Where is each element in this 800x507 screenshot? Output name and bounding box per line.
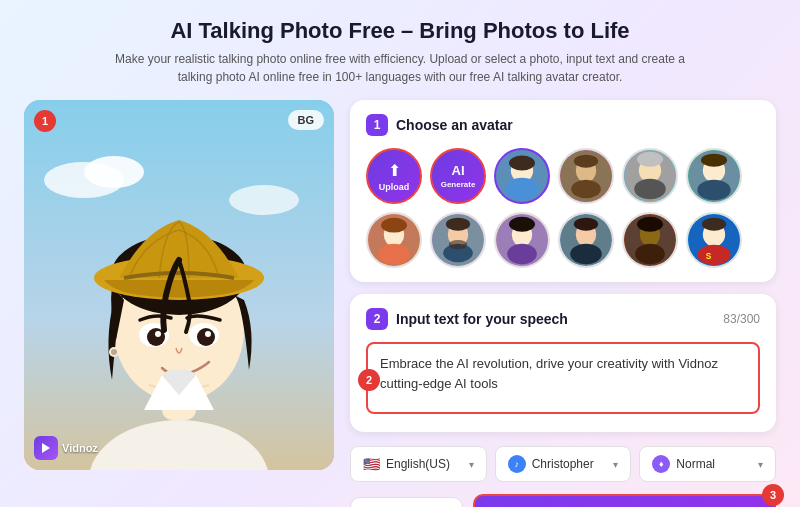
avatar-1[interactable] (494, 148, 550, 204)
upload-icon: ⬆ (388, 161, 401, 180)
voice-style-label: Normal (676, 457, 715, 471)
main-content: BG 1 Vidnoz 1 Choose an avatar (24, 100, 776, 507)
preview-button[interactable]: Preview (350, 497, 463, 507)
svg-text:S: S (706, 251, 712, 261)
avatar-8-img (560, 212, 612, 268)
step1-badge: 1 (366, 114, 388, 136)
avatar-section-title: Choose an avatar (396, 117, 513, 133)
avatar-section-header: 1 Choose an avatar (366, 114, 760, 136)
right-panel: 1 Choose an avatar ⬆ Upload AI Generate (350, 100, 776, 507)
svg-marker-17 (42, 443, 50, 453)
ai-label: AI (452, 163, 465, 178)
ai-generate-button[interactable]: AI Generate (430, 148, 486, 204)
avatar-row-1: ⬆ Upload AI Generate (366, 148, 760, 204)
svg-point-32 (701, 154, 727, 167)
action-row: Preview Generate Video 3 (350, 494, 776, 507)
photo-panel: BG 1 Vidnoz (24, 100, 334, 470)
upload-avatar-button[interactable]: ⬆ Upload (366, 148, 422, 204)
voice-chevron: ▾ (613, 459, 618, 470)
flag-icon: 🇺🇸 (363, 456, 380, 472)
vidnoz-logo-text: Vidnoz (62, 442, 98, 454)
avatar-3[interactable] (622, 148, 678, 204)
language-label: English(US) (386, 457, 450, 471)
avatar-3-img (624, 148, 676, 204)
step1-left-badge: 1 (34, 110, 56, 132)
char-count: 83/300 (723, 312, 760, 326)
avatar-5-img (368, 212, 420, 268)
textarea-wrapper: 2 (366, 342, 760, 418)
avatar-6-img (432, 212, 484, 268)
voice-name-label: Christopher (532, 457, 594, 471)
generate-wrapper: Generate Video 3 (473, 494, 776, 507)
avatar-5[interactable] (366, 212, 422, 268)
generate-button[interactable]: Generate Video (473, 494, 776, 507)
svg-point-3 (229, 185, 299, 215)
svg-point-50 (570, 244, 602, 264)
avatar-8[interactable] (558, 212, 614, 268)
avatar-10[interactable]: S (686, 212, 742, 268)
svg-point-12 (197, 328, 215, 346)
voice-person-icon: ♪ (508, 455, 526, 473)
svg-point-45 (509, 217, 535, 232)
header-subtitle: Make your realistic talking photo online… (100, 50, 700, 86)
character-illustration (24, 100, 334, 470)
upload-label: Upload (379, 182, 410, 192)
avatar-10-img: S (688, 212, 740, 268)
svg-point-40 (446, 218, 470, 231)
avatar-2-img (560, 148, 612, 204)
avatar-4[interactable] (686, 148, 742, 204)
page-title: AI Talking Photo Free – Bring Photos to … (24, 18, 776, 44)
header: AI Talking Photo Free – Bring Photos to … (24, 18, 776, 86)
bg-button[interactable]: BG (288, 110, 325, 130)
step2-left-badge: 2 (358, 369, 380, 391)
avatar-9[interactable] (622, 212, 678, 268)
language-dropdown[interactable]: 🇺🇸 English(US) ▾ (350, 446, 487, 482)
svg-point-20 (509, 156, 535, 171)
svg-point-37 (378, 244, 410, 264)
style-chevron: ▾ (758, 459, 763, 470)
avatar-section: 1 Choose an avatar ⬆ Upload AI Generate (350, 100, 776, 282)
style-icon: ♦ (652, 455, 670, 473)
avatar-4-img (688, 148, 740, 204)
svg-point-57 (702, 218, 726, 231)
language-chevron: ▾ (469, 459, 474, 470)
svg-point-25 (571, 180, 601, 199)
speech-section-header: 2 Input text for your speech 83/300 (366, 308, 760, 330)
svg-point-13 (155, 331, 161, 337)
svg-point-2 (84, 156, 144, 188)
step2-badge: 2 (366, 308, 388, 330)
avatar-9-img (624, 212, 676, 268)
svg-point-53 (637, 217, 663, 232)
svg-point-16 (111, 349, 117, 355)
svg-point-33 (697, 180, 730, 200)
svg-point-36 (381, 218, 407, 233)
svg-point-24 (574, 155, 598, 168)
svg-point-28 (637, 152, 663, 167)
svg-point-54 (635, 244, 665, 264)
svg-point-29 (634, 179, 666, 199)
svg-point-46 (507, 244, 537, 264)
svg-point-42 (449, 240, 468, 249)
vidnoz-icon (34, 436, 58, 460)
ai-generate-label: Generate (441, 180, 476, 189)
speech-section-title: Input text for your speech (396, 311, 568, 327)
vidnoz-logo: Vidnoz (34, 436, 98, 460)
svg-point-58 (697, 245, 730, 265)
avatar-1-img (496, 148, 548, 204)
step3-badge: 3 (762, 484, 784, 506)
style-dropdown[interactable]: ♦ Normal ▾ (639, 446, 776, 482)
avatar-row-2: S (366, 212, 760, 268)
speech-textarea[interactable] (366, 342, 760, 414)
svg-point-21 (505, 178, 538, 200)
vidnoz-logo-icon (39, 441, 53, 455)
svg-point-14 (205, 331, 211, 337)
avatar-2[interactable] (558, 148, 614, 204)
avatar-7[interactable] (494, 212, 550, 268)
avatar-7-img (496, 212, 548, 268)
svg-point-49 (574, 218, 598, 231)
speech-section: 2 Input text for your speech 83/300 2 (350, 294, 776, 432)
voice-dropdown[interactable]: ♪ Christopher ▾ (495, 446, 632, 482)
page-wrapper: AI Talking Photo Free – Bring Photos to … (0, 0, 800, 507)
controls-row: 🇺🇸 English(US) ▾ ♪ Christopher ▾ ♦ Norma… (350, 446, 776, 482)
avatar-6[interactable] (430, 212, 486, 268)
